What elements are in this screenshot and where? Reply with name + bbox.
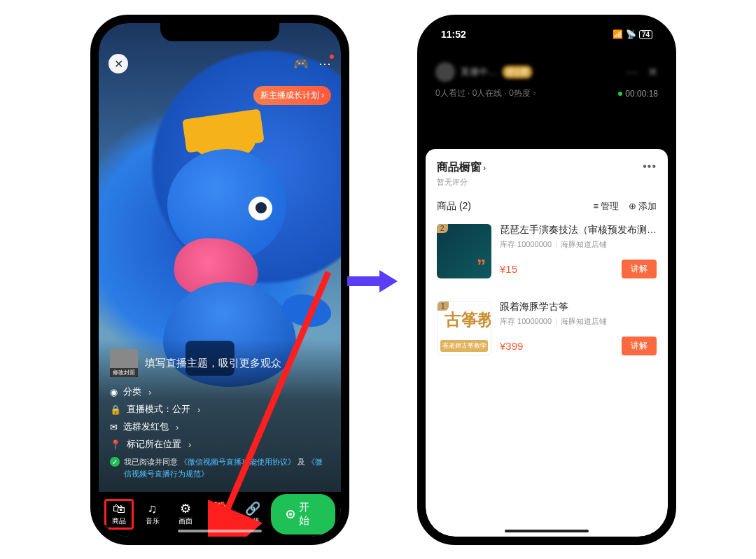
cover-preview-image: [125, 107, 321, 359]
phone-left: ✕ 🎮 ⋯ 新主播成长计划 › 修改封面 填写直播主题，吸引更多观众 ◉ 分类: [90, 15, 349, 545]
check-icon[interactable]: ✓: [110, 457, 120, 467]
toolbar-item-link[interactable]: 🔗 链接: [238, 502, 267, 526]
sheet-subtitle: 暂无评分: [437, 177, 486, 187]
annotation-arrow-purple: [343, 267, 402, 295]
wifi-icon: 📡: [626, 29, 636, 39]
product-row: 1 古筝教 崔老师古筝教学 跟着海豚学古筝 库存 10000000 海豚知道店铺…: [437, 290, 657, 367]
stream-title-input[interactable]: 填写直播主题，吸引更多观众: [145, 357, 281, 370]
phone-right: 11:52 📶 📡 74 直播中… 拼台赛 ⋯ ✕ 0人看过 · 0人在线 · …: [417, 15, 676, 545]
location-row[interactable]: 📍 标记所在位置 ›: [110, 438, 330, 451]
rank-badge: 2: [437, 224, 448, 233]
product-title[interactable]: 琵琶左手演奏技法（审核预发布测…: [500, 224, 657, 236]
chevron-right-icon: ›: [188, 439, 191, 450]
stream-stats[interactable]: 0人看过 · 0人在线 · 0热度 ›: [435, 87, 536, 99]
product-thumbnail[interactable]: 2: [437, 224, 491, 278]
bag-icon: 🛍: [113, 502, 125, 515]
consent-row[interactable]: ✓ 我已阅读并同意 《微信视频号直播功能使用协议》 及 《微信视频号直播行为规范…: [110, 456, 330, 479]
growth-banner[interactable]: 新主播成长计划 ›: [253, 86, 331, 105]
plus-circle-icon: ⊕: [629, 201, 636, 211]
stream-header: 直播中… 拼台赛 ⋯ ✕ 0人看过 · 0人在线 · 0热度 › 00:00:1…: [426, 57, 668, 105]
explain-button[interactable]: 讲解: [622, 337, 657, 355]
redpacket-row[interactable]: ✉ 选群发红包 ›: [110, 420, 330, 433]
product-thumbnail[interactable]: 1 古筝教 崔老师古筝教学: [437, 301, 491, 355]
product-price: ¥15: [500, 263, 517, 275]
home-indicator: [178, 530, 262, 532]
avatar[interactable]: [435, 62, 455, 82]
redpacket-icon: ✉: [110, 422, 118, 432]
game-icon[interactable]: 🎮: [293, 56, 309, 71]
live-info-panel: 修改封面 填写直播主题，吸引更多观众 ◉ 分类 › 🔒 直播模式：公开 › ✉ …: [99, 339, 341, 492]
location-icon: 📍: [110, 439, 121, 450]
status-time: 11:52: [441, 29, 466, 40]
music-icon: ♫: [148, 502, 158, 515]
category-icon: ◉: [110, 387, 118, 397]
sheet-more-icon[interactable]: •••: [643, 160, 657, 173]
close-icon[interactable]: ✕: [108, 54, 128, 73]
link-icon: 🔗: [245, 502, 260, 515]
list-icon: ≡: [593, 201, 598, 211]
lock-icon: 🔒: [110, 404, 121, 415]
product-sheet-screen: 11:52 📶 📡 74 直播中… 拼台赛 ⋯ ✕ 0人看过 · 0人在线 · …: [426, 23, 668, 537]
product-sheet: 商品橱窗› 暂无评分 ••• 商品 (2) ≡管理 ⊕添加 2: [426, 149, 668, 537]
notch: [160, 23, 279, 41]
notch: [487, 23, 606, 41]
sheet-title[interactable]: 商品橱窗›: [437, 160, 486, 175]
product-price: ¥399: [500, 340, 523, 352]
agreement-link-1[interactable]: 《微信视频号直播功能使用协议》: [180, 458, 295, 466]
product-count-label: 商品 (2): [437, 200, 471, 213]
svg-rect-1: [347, 276, 379, 286]
manage-button[interactable]: ≡管理: [593, 200, 619, 213]
mode-row[interactable]: 🔒 直播模式：公开 ›: [110, 403, 330, 416]
toolbar-item-music[interactable]: ♫ 音乐: [138, 502, 167, 526]
add-button[interactable]: ⊕添加: [629, 200, 657, 213]
chevron-right-icon: ›: [483, 162, 486, 173]
start-live-button[interactable]: 开始: [271, 494, 335, 535]
live-topbar: ✕ 🎮 ⋯: [108, 54, 331, 73]
toolbar-item-goods[interactable]: 🛍 商品: [104, 499, 134, 530]
product-meta: 库存 10000000 海豚知道店铺: [500, 239, 657, 250]
home-indicator: [505, 530, 589, 532]
explain-button[interactable]: 讲解: [622, 260, 657, 278]
sliders-icon: ⚙: [180, 502, 191, 515]
cover-thumb-label: 修改封面: [110, 368, 138, 377]
cover-thumbnail[interactable]: 修改封面: [110, 349, 138, 377]
stream-timer: 00:00:18: [618, 89, 658, 99]
gift-icon: 🎁: [211, 502, 227, 515]
signal-icon: 📶: [612, 29, 623, 39]
product-meta: 库存 10000000 海豚知道店铺: [500, 316, 657, 327]
toolbar-item-picture[interactable]: ⚙ 画面: [171, 502, 200, 526]
live-setup-screen: ✕ 🎮 ⋯ 新主播成长计划 › 修改封面 填写直播主题，吸引更多观众 ◉ 分类: [99, 23, 341, 537]
toolbar-item-lottery[interactable]: 🎁 抽奖: [204, 502, 234, 526]
chevron-right-icon: ›: [197, 404, 200, 415]
product-title[interactable]: 跟着海豚学古筝: [500, 301, 657, 313]
record-icon: [286, 510, 295, 518]
more-icon[interactable]: ⋯: [318, 56, 331, 71]
close-icon[interactable]: ✕: [648, 64, 658, 80]
battery-icon: 74: [639, 30, 652, 39]
product-row: 2 琵琶左手演奏技法（审核预发布测… 库存 10000000 海豚知道店铺 ¥1…: [437, 213, 657, 290]
streamer-name: 直播中…: [461, 66, 497, 78]
chevron-right-icon: ›: [148, 387, 151, 397]
chevron-right-icon: ›: [176, 422, 178, 432]
more-icon[interactable]: ⋯: [625, 64, 638, 80]
category-row[interactable]: ◉ 分类 ›: [110, 385, 330, 398]
status-badge: 拼台赛: [503, 66, 532, 78]
